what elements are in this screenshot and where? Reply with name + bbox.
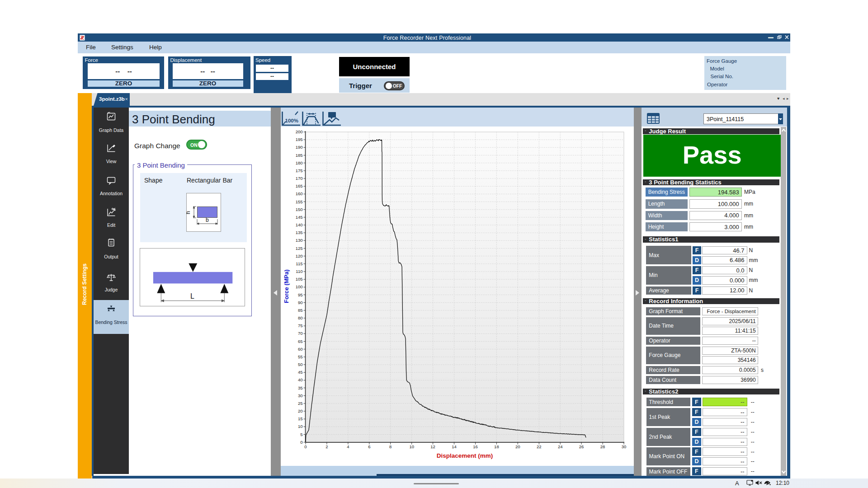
svg-text:10: 10 — [298, 424, 303, 429]
svg-text:6: 6 — [368, 444, 370, 449]
svg-text:95: 95 — [298, 292, 303, 297]
svg-text:65: 65 — [298, 339, 303, 344]
svg-text:26: 26 — [579, 444, 584, 449]
svg-text:15: 15 — [298, 416, 303, 421]
svg-text:170: 170 — [296, 176, 303, 181]
svg-text:30: 30 — [298, 393, 303, 398]
svg-text:190: 190 — [296, 145, 303, 150]
svg-text:10: 10 — [409, 444, 414, 449]
svg-text:22: 22 — [537, 444, 542, 449]
svg-text:16: 16 — [473, 444, 478, 449]
svg-text:50: 50 — [298, 362, 303, 367]
svg-text:200: 200 — [296, 129, 303, 134]
svg-text:h: h — [186, 211, 191, 215]
svg-text:4: 4 — [347, 444, 349, 449]
svg-text:160: 160 — [296, 191, 303, 196]
svg-text:28: 28 — [600, 444, 605, 449]
svg-text:85: 85 — [298, 308, 303, 313]
svg-text:100: 100 — [296, 284, 303, 289]
svg-text:110: 110 — [296, 269, 302, 274]
svg-text:145: 145 — [296, 215, 303, 220]
svg-text:120: 120 — [296, 253, 303, 258]
svg-text:130: 130 — [296, 238, 303, 243]
svg-text:24: 24 — [558, 444, 563, 449]
svg-text:b: b — [206, 217, 209, 223]
svg-text:18: 18 — [494, 444, 499, 449]
svg-text:155: 155 — [296, 199, 303, 204]
svg-text:35: 35 — [298, 385, 303, 390]
svg-text:25: 25 — [298, 401, 303, 406]
svg-text:45: 45 — [298, 370, 303, 375]
svg-text:70: 70 — [298, 331, 303, 336]
svg-text:175: 175 — [296, 168, 303, 173]
svg-text:L: L — [190, 292, 194, 300]
svg-text:125: 125 — [296, 246, 303, 251]
svg-text:14: 14 — [452, 444, 457, 449]
svg-text:40: 40 — [298, 377, 303, 382]
svg-text:20: 20 — [298, 408, 303, 413]
svg-text:100%: 100% — [285, 118, 298, 123]
svg-text:12: 12 — [430, 444, 435, 449]
svg-text:8: 8 — [389, 444, 392, 449]
svg-text:5: 5 — [300, 432, 302, 437]
svg-text:60: 60 — [298, 347, 303, 352]
svg-text:75: 75 — [298, 323, 303, 328]
svg-text:0: 0 — [304, 444, 307, 449]
svg-text:150: 150 — [296, 207, 303, 212]
svg-text:105: 105 — [296, 277, 303, 282]
svg-text:135: 135 — [296, 230, 303, 235]
svg-text:20: 20 — [515, 444, 520, 449]
svg-text:80: 80 — [298, 315, 303, 320]
svg-text:140: 140 — [296, 222, 303, 227]
svg-text:55: 55 — [298, 354, 303, 359]
svg-text:0: 0 — [300, 440, 302, 445]
svg-text:185: 185 — [296, 153, 303, 158]
svg-text:115: 115 — [296, 261, 302, 266]
svg-text:30: 30 — [622, 444, 627, 449]
svg-text:90: 90 — [298, 300, 303, 305]
svg-text:165: 165 — [296, 183, 303, 188]
svg-text:195: 195 — [296, 137, 303, 142]
svg-text:2: 2 — [326, 444, 328, 449]
svg-text:180: 180 — [296, 160, 303, 165]
